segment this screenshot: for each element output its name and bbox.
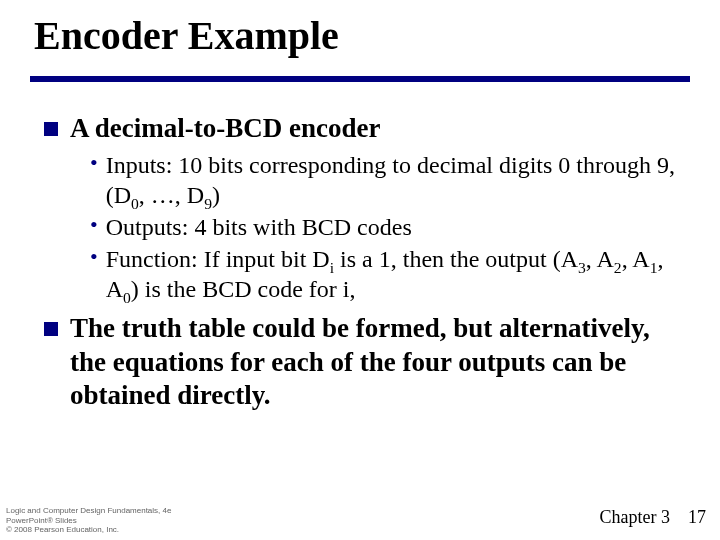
footer-line: PowerPoint® Slides xyxy=(6,516,171,525)
footer-line: © 2008 Pearson Education, Inc. xyxy=(6,525,171,534)
page-number: 17 xyxy=(688,507,706,527)
text-run: , A xyxy=(586,246,614,272)
square-bullet-icon xyxy=(44,122,58,136)
text-run: ) is the BCD code for i, xyxy=(131,276,356,302)
footer-page-info: Chapter 317 xyxy=(600,507,706,528)
dot-bullet-icon: • xyxy=(90,212,98,238)
chapter-label: Chapter 3 xyxy=(600,507,670,527)
text-run: , A xyxy=(622,246,650,272)
bullet-text: A decimal-to-BCD encoder xyxy=(70,112,684,146)
subbullet-text: Inputs: 10 bits corresponding to decimal… xyxy=(106,150,684,210)
dot-bullet-icon: • xyxy=(90,150,98,176)
subbullet-text: Function: If input bit Di is a 1, then t… xyxy=(106,244,684,304)
text-run: ) xyxy=(212,182,220,208)
subbullet-function: • Function: If input bit Di is a 1, then… xyxy=(90,244,684,304)
subscript: 3 xyxy=(578,259,586,276)
bullet-truth-table: The truth table could be formed, but alt… xyxy=(44,312,684,413)
bullet-text: The truth table could be formed, but alt… xyxy=(70,312,684,413)
text-run: is a 1, then the output (A xyxy=(334,246,578,272)
slide: Encoder Example A decimal-to-BCD encoder… xyxy=(0,0,720,540)
square-bullet-icon xyxy=(44,322,58,336)
subscript: 2 xyxy=(614,259,622,276)
content-body: A decimal-to-BCD encoder • Inputs: 10 bi… xyxy=(44,104,684,417)
dot-bullet-icon: • xyxy=(90,244,98,270)
text-run: Function: If input bit D xyxy=(106,246,330,272)
bullet-encoder-heading: A decimal-to-BCD encoder xyxy=(44,112,684,146)
subbullet-inputs: • Inputs: 10 bits corresponding to decim… xyxy=(90,150,684,210)
text-run: , …, D xyxy=(139,182,204,208)
slide-title: Encoder Example xyxy=(34,12,339,59)
title-underline xyxy=(30,76,690,82)
footer-line: Logic and Computer Design Fundamentals, … xyxy=(6,506,171,515)
subscript: 9 xyxy=(204,195,212,212)
footer-copyright: Logic and Computer Design Fundamentals, … xyxy=(6,506,171,534)
subscript: 0 xyxy=(131,195,139,212)
subbullet-outputs: • Outputs: 4 bits with BCD codes xyxy=(90,212,684,242)
subbullet-text: Outputs: 4 bits with BCD codes xyxy=(106,212,684,242)
subscript: 0 xyxy=(123,289,131,306)
